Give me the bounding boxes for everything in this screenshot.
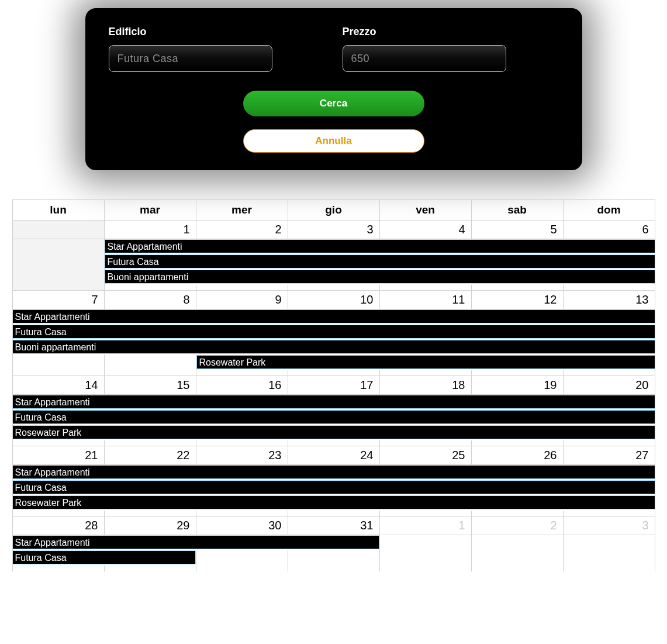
calendar-day-cell[interactable]: 13 bbox=[563, 291, 655, 309]
calendar-day-cell[interactable]: 23 bbox=[196, 446, 288, 465]
calendar-day-cell[interactable]: 17 bbox=[288, 376, 379, 395]
fields-row: Edificio Prezzo bbox=[109, 26, 559, 72]
calendar-event[interactable]: Star Appartamenti bbox=[105, 239, 655, 253]
calendar-day-cell[interactable]: 31 bbox=[288, 516, 379, 535]
calendar-event-row: Rosewater Park bbox=[12, 495, 655, 511]
calendar-event-row: Futura Casa bbox=[12, 254, 655, 270]
calendar-day-cell[interactable]: 16 bbox=[196, 376, 288, 395]
calendar-event[interactable]: Buoni appartamenti bbox=[105, 270, 655, 284]
calendar-week-numbers: 14151617181920 bbox=[12, 376, 655, 395]
calendar-day-cell[interactable]: 1 bbox=[104, 221, 196, 239]
calendar-day-cell[interactable]: 21 bbox=[12, 446, 104, 465]
calendar-day-cell[interactable]: 2 bbox=[471, 516, 563, 535]
cancel-button[interactable]: Annulla bbox=[243, 129, 424, 153]
calendar-event-row: Star Appartamenti bbox=[12, 465, 655, 480]
calendar-day-cell[interactable]: 22 bbox=[104, 446, 196, 465]
day-number: 23 bbox=[196, 446, 288, 464]
calendar-week-spacer bbox=[12, 285, 655, 291]
calendar-day-cell[interactable]: 3 bbox=[288, 221, 379, 239]
calendar-event-row: Star Appartamenti bbox=[12, 239, 655, 254]
day-number: 1 bbox=[105, 221, 196, 239]
calendar-week-spacer bbox=[12, 566, 655, 571]
calendar-event-row: Futura Casa bbox=[12, 325, 655, 340]
calendar-day-cell[interactable]: 11 bbox=[379, 291, 471, 309]
price-input[interactable] bbox=[343, 45, 506, 72]
calendar-day-cell[interactable]: 25 bbox=[379, 446, 471, 465]
calendar-day-cell[interactable]: 8 bbox=[104, 291, 196, 309]
day-number: 20 bbox=[564, 376, 655, 394]
calendar-day-cell[interactable]: 9 bbox=[196, 291, 288, 309]
calendar-event[interactable]: Futura Casa bbox=[105, 254, 655, 268]
calendar-day-header: mer bbox=[196, 200, 288, 221]
calendar-week-spacer bbox=[12, 440, 655, 446]
price-field-group: Prezzo bbox=[343, 26, 506, 72]
calendar-day-cell[interactable]: 14 bbox=[12, 376, 104, 395]
calendar-day-cell[interactable]: 5 bbox=[471, 221, 563, 239]
building-input[interactable] bbox=[109, 45, 272, 72]
calendar-week-spacer bbox=[12, 511, 655, 516]
day-number: 1 bbox=[380, 516, 471, 535]
calendar-event[interactable]: Futura Casa bbox=[13, 550, 196, 564]
calendar-day-header: gio bbox=[288, 200, 379, 221]
calendar-event[interactable]: Star Appartamenti bbox=[13, 395, 655, 409]
day-number: 13 bbox=[564, 291, 655, 309]
calendar-day-cell[interactable]: 27 bbox=[563, 446, 655, 465]
day-number: 6 bbox=[564, 221, 655, 239]
day-number: 7 bbox=[13, 291, 104, 309]
building-field-group: Edificio bbox=[109, 26, 272, 72]
day-number: 18 bbox=[380, 376, 471, 394]
calendar-day-cell[interactable]: 19 bbox=[471, 376, 563, 395]
calendar-day-cell[interactable]: 29 bbox=[104, 516, 196, 535]
calendar-event-row: Buoni appartamenti bbox=[12, 340, 655, 355]
calendar-week-numbers: 21222324252627 bbox=[12, 446, 655, 465]
calendar-day-cell[interactable]: 18 bbox=[379, 376, 471, 395]
calendar-day-cell[interactable]: 3 bbox=[563, 516, 655, 535]
calendar-day-cell[interactable]: 2 bbox=[196, 221, 288, 239]
day-number: 19 bbox=[472, 376, 563, 394]
calendar-day-cell[interactable]: 6 bbox=[563, 221, 655, 239]
calendar-day-cell[interactable]: 10 bbox=[288, 291, 379, 309]
calendar-day-cell[interactable] bbox=[12, 221, 104, 239]
day-number: 5 bbox=[472, 221, 563, 239]
day-number: 25 bbox=[380, 446, 471, 464]
price-label: Prezzo bbox=[343, 26, 506, 38]
calendar-event[interactable]: Star Appartamenti bbox=[13, 309, 655, 323]
calendar-day-cell[interactable]: 12 bbox=[471, 291, 563, 309]
calendar-day-cell[interactable]: 1 bbox=[379, 516, 471, 535]
calendar-event[interactable]: Buoni appartamenti bbox=[13, 340, 655, 354]
day-number: 2 bbox=[196, 221, 288, 239]
calendar-day-cell[interactable]: 30 bbox=[196, 516, 288, 535]
calendar-week-numbers: 123456 bbox=[12, 221, 655, 239]
calendar-event[interactable]: Futura Casa bbox=[13, 480, 655, 494]
calendar-event[interactable]: Futura Casa bbox=[13, 410, 655, 424]
calendar-day-header: ven bbox=[379, 200, 471, 221]
calendar-event[interactable]: Rosewater Park bbox=[13, 495, 655, 509]
calendar-event-row: Futura Casa bbox=[12, 410, 655, 425]
calendar-day-cell[interactable]: 4 bbox=[379, 221, 471, 239]
calendar-event[interactable]: Rosewater Park bbox=[196, 355, 655, 369]
calendar-day-cell[interactable]: 26 bbox=[471, 446, 563, 465]
day-number: 12 bbox=[472, 291, 563, 309]
day-number: 14 bbox=[13, 376, 104, 394]
calendar-event[interactable]: Futura Casa bbox=[13, 325, 655, 339]
calendar-day-cell[interactable]: 24 bbox=[288, 446, 379, 465]
calendar-event[interactable]: Star Appartamenti bbox=[13, 535, 379, 549]
calendar-event-row: Star Appartamenti bbox=[12, 309, 655, 325]
calendar-event-row: Rosewater Park bbox=[12, 425, 655, 440]
calendar-event[interactable]: Rosewater Park bbox=[13, 425, 655, 439]
calendar-day-cell[interactable]: 20 bbox=[563, 376, 655, 395]
button-stack: Cerca Annulla bbox=[109, 91, 559, 153]
day-number: 24 bbox=[288, 446, 379, 464]
search-button[interactable]: Cerca bbox=[243, 91, 424, 116]
calendar-day-cell[interactable]: 28 bbox=[12, 516, 104, 535]
calendar-day-cell[interactable]: 15 bbox=[104, 376, 196, 395]
day-number: 27 bbox=[564, 446, 655, 464]
day-number: 21 bbox=[13, 446, 104, 464]
calendar-event[interactable]: Star Appartamenti bbox=[13, 465, 655, 479]
day-number: 10 bbox=[288, 291, 379, 309]
day-number: 4 bbox=[380, 221, 471, 239]
day-number: 8 bbox=[105, 291, 196, 309]
calendar-day-header: mar bbox=[104, 200, 196, 221]
calendar-day-cell[interactable]: 7 bbox=[12, 291, 104, 309]
day-number: 2 bbox=[472, 516, 563, 535]
